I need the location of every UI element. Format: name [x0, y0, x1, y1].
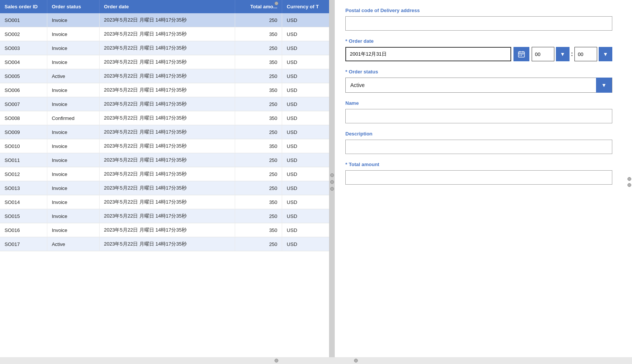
- svg-rect-6: [523, 54, 523, 55]
- cell-date: 2023年5月22日 月曜日 14時17分35秒: [99, 55, 235, 69]
- table-row[interactable]: SO006Invoice2023年5月22日 月曜日 14時17分35秒350U…: [0, 83, 329, 97]
- table-row[interactable]: SO004Invoice2023年5月22日 月曜日 14時17分35秒350U…: [0, 55, 329, 69]
- cell-status: Active: [47, 237, 99, 251]
- right-circle-bottom: [627, 183, 631, 187]
- table-row[interactable]: SO017Active2023年5月22日 月曜日 14時17分35秒250US…: [0, 237, 329, 251]
- cell-id: SO013: [0, 181, 47, 195]
- order-status-required-star: *: [345, 69, 347, 75]
- table-row[interactable]: SO015Invoice2023年5月22日 月曜日 14時17分35秒250U…: [0, 209, 329, 223]
- order-date-row: 2001年12月31日: [345, 47, 612, 61]
- cell-id: SO009: [0, 125, 47, 139]
- cell-amount: 250: [235, 153, 282, 167]
- cell-currency: USD: [282, 237, 329, 251]
- sales-order-table: Sales order ID Order status Order date T…: [0, 0, 329, 251]
- name-input[interactable]: [345, 109, 612, 123]
- order-status-dropdown-button[interactable]: ▼: [596, 78, 612, 93]
- svg-rect-5: [521, 54, 522, 55]
- table-row[interactable]: SO001Invoice2023年5月22日 月曜日 14時17分35秒250U…: [0, 13, 329, 27]
- cell-id: SO007: [0, 97, 47, 111]
- table-row[interactable]: SO014Invoice2023年5月22日 月曜日 14時17分35秒350U…: [0, 195, 329, 209]
- chevron-down-icon-2: ▼: [603, 51, 608, 57]
- postal-code-label: Postal code of Delivery address: [345, 8, 612, 13]
- cell-currency: USD: [282, 69, 329, 83]
- panel-resize-handle[interactable]: [329, 0, 335, 364]
- cell-date: 2023年5月22日 月曜日 14時17分35秒: [99, 167, 235, 181]
- table-row[interactable]: SO010Invoice2023年5月22日 月曜日 14時17分35秒350U…: [0, 139, 329, 153]
- description-label: Description: [345, 131, 612, 137]
- cell-status: Invoice: [47, 125, 99, 139]
- cell-status: Invoice: [47, 167, 99, 181]
- name-label: Name: [345, 100, 612, 106]
- cell-amount: 350: [235, 83, 282, 97]
- order-date-label: *Order date: [345, 38, 612, 44]
- bottom-circle-left: [275, 359, 278, 362]
- time-select-group: 00 ▼ : 00 ▼: [532, 47, 612, 61]
- cell-amount: 250: [235, 13, 282, 27]
- cell-date: 2023年5月22日 月曜日 14時17分35秒: [99, 111, 235, 125]
- postal-code-input[interactable]: [345, 16, 612, 31]
- cell-status: Invoice: [47, 83, 99, 97]
- table-row[interactable]: SO007Invoice2023年5月22日 月曜日 14時17分35秒250U…: [0, 97, 329, 111]
- cell-amount: 250: [235, 237, 282, 251]
- table-row[interactable]: SO016Invoice2023年5月22日 月曜日 14時17分35秒350U…: [0, 223, 329, 237]
- order-date-value[interactable]: 2001年12月31日: [345, 47, 511, 61]
- cell-amount: 250: [235, 181, 282, 195]
- cell-currency: USD: [282, 13, 329, 27]
- description-input[interactable]: [345, 140, 612, 154]
- cell-id: SO011: [0, 153, 47, 167]
- table-panel: Sales order ID Order status Order date T…: [0, 0, 329, 364]
- cell-status: Invoice: [47, 55, 99, 69]
- cell-amount: 350: [235, 139, 282, 153]
- order-status-select[interactable]: Active ▼: [345, 78, 612, 93]
- table-row[interactable]: SO005Active2023年5月22日 月曜日 14時17分35秒250US…: [0, 69, 329, 83]
- cell-id: SO005: [0, 69, 47, 83]
- right-circle-top: [627, 177, 631, 181]
- right-resize-handle: [627, 177, 632, 187]
- total-amount-field: *Total amount: [345, 162, 612, 185]
- table-row[interactable]: SO012Invoice2023年5月22日 月曜日 14時17分35秒250U…: [0, 167, 329, 181]
- cell-amount: 350: [235, 195, 282, 209]
- cell-amount: 350: [235, 27, 282, 41]
- svg-rect-8: [521, 55, 522, 56]
- resize-circle-bottom: [330, 187, 334, 191]
- cell-status: Invoice: [47, 97, 99, 111]
- cell-currency: USD: [282, 195, 329, 209]
- cell-date: 2023年5月22日 月曜日 14時17分35秒: [99, 83, 235, 97]
- cell-amount: 250: [235, 209, 282, 223]
- total-amount-input[interactable]: [345, 170, 612, 185]
- cell-amount: 250: [235, 69, 282, 83]
- cell-currency: USD: [282, 209, 329, 223]
- top-circle-left: [275, 2, 278, 5]
- calendar-button[interactable]: [513, 47, 529, 61]
- table-row[interactable]: SO011Invoice2023年5月22日 月曜日 14時17分35秒250U…: [0, 153, 329, 167]
- cell-amount: 250: [235, 125, 282, 139]
- minute-dropdown-button[interactable]: ▼: [599, 47, 612, 61]
- table-row[interactable]: SO008Confirmed2023年5月22日 月曜日 14時17分35秒35…: [0, 111, 329, 125]
- cell-status: Active: [47, 69, 99, 83]
- cell-date: 2023年5月22日 月曜日 14時17分35秒: [99, 181, 235, 195]
- cell-date: 2023年5月22日 月曜日 14時17分35秒: [99, 69, 235, 83]
- order-date-field: *Order date 2001年12月31日: [345, 38, 612, 61]
- main-container: Sales order ID Order status Order date T…: [0, 0, 632, 364]
- order-status-value: Active: [346, 80, 596, 90]
- postal-code-field: Postal code of Delivery address: [345, 8, 612, 31]
- cell-id: SO010: [0, 139, 47, 153]
- table-wrapper[interactable]: Sales order ID Order status Order date T…: [0, 0, 329, 357]
- table-row[interactable]: SO009Invoice2023年5月22日 月曜日 14時17分35秒250U…: [0, 125, 329, 139]
- cell-amount: 250: [235, 97, 282, 111]
- minute-value: 00: [574, 47, 597, 61]
- cell-currency: USD: [282, 55, 329, 69]
- cell-amount: 350: [235, 223, 282, 237]
- cell-date: 2023年5月22日 月曜日 14時17分35秒: [99, 97, 235, 111]
- cell-status: Invoice: [47, 41, 99, 55]
- table-row[interactable]: SO002Invoice2023年5月22日 月曜日 14時17分35秒350U…: [0, 27, 329, 41]
- cell-id: SO002: [0, 27, 47, 41]
- order-status-field: *Order status Active ▼: [345, 69, 612, 93]
- cell-amount: 350: [235, 111, 282, 125]
- table-row[interactable]: SO013Invoice2023年5月22日 月曜日 14時17分35秒250U…: [0, 181, 329, 195]
- cell-date: 2023年5月22日 月曜日 14時17分35秒: [99, 223, 235, 237]
- table-row[interactable]: SO003Invoice2023年5月22日 月曜日 14時17分35秒250U…: [0, 41, 329, 55]
- cell-status: Confirmed: [47, 111, 99, 125]
- hour-dropdown-button[interactable]: ▼: [556, 47, 570, 61]
- cell-id: SO008: [0, 111, 47, 125]
